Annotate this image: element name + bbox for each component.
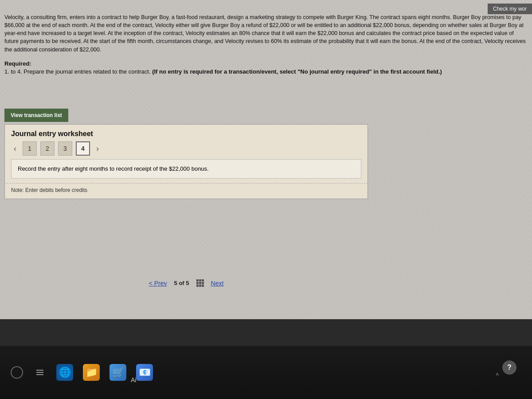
task-description-box: Record the entry after eight months to r… xyxy=(11,159,361,179)
journal-title: Journal entry worksheet xyxy=(5,125,368,141)
start-circle xyxy=(11,366,23,379)
svg-rect-2 xyxy=(36,374,43,375)
required-body: 1. to 4. Prepare the journal entries rel… xyxy=(4,68,528,76)
taskbar-app-mail[interactable]: 📧 xyxy=(135,363,154,382)
help-icon: ? xyxy=(507,364,512,372)
svg-rect-0 xyxy=(36,370,43,371)
globe-icon: 🌐 xyxy=(56,364,73,381)
start-button[interactable] xyxy=(9,364,25,380)
tab-prev-arrow[interactable]: ‹ xyxy=(11,143,19,154)
system-tray: ^ xyxy=(496,372,499,379)
problem-text-area: Velocity, a consulting firm, enters into… xyxy=(4,13,528,76)
journal-note: Note: Enter debits before credits xyxy=(5,183,368,199)
grid-icon[interactable] xyxy=(196,279,204,287)
screen: Check my wor Velocity, a consulting firm… xyxy=(0,0,532,319)
taskbar-search-icon[interactable] xyxy=(32,364,48,380)
taskbar-app-globe[interactable]: 🌐 xyxy=(55,363,74,382)
tab-next-arrow[interactable]: › xyxy=(94,143,102,154)
tab-3[interactable]: 3 xyxy=(58,141,72,156)
mail-icon: 📧 xyxy=(136,364,153,381)
journal-note-text: Note: Enter debits before credits xyxy=(11,187,87,193)
task-description-text: Record the entry after eight months to r… xyxy=(18,165,209,172)
taskbar: 🌐 📁 🛒 📧 xyxy=(0,346,532,399)
check-my-work-button[interactable]: Check my wor xyxy=(488,4,532,14)
view-transaction-label: View transaction list xyxy=(11,112,62,118)
ai-button[interactable]: Ai xyxy=(131,376,136,383)
view-transaction-button[interactable]: View transaction list xyxy=(4,109,68,122)
svg-rect-1 xyxy=(36,372,43,373)
store-icon: 🛒 xyxy=(110,364,126,381)
required-note-text: (If no entry is required for a transacti… xyxy=(152,68,442,75)
next-label: Next xyxy=(211,280,224,287)
journal-box: Journal entry worksheet ‹ 1 2 3 4 › Reco… xyxy=(4,124,368,199)
tab-4[interactable]: 4 xyxy=(76,141,90,156)
help-button[interactable]: ? xyxy=(502,360,516,375)
tray-expand-icon[interactable]: ^ xyxy=(496,372,499,379)
required-body-text: 1. to 4. Prepare the journal entries rel… xyxy=(4,68,151,75)
required-section: Required: 1. to 4. Prepare the journal e… xyxy=(4,60,528,76)
check-my-work-label: Check my wor xyxy=(493,6,527,12)
problem-paragraph: Velocity, a consulting firm, enters into… xyxy=(4,13,528,54)
required-label: Required: xyxy=(4,60,528,68)
prev-label: < Prev xyxy=(149,280,167,287)
prev-button[interactable]: < Prev xyxy=(149,280,167,287)
navigation-bar: < Prev 5 of 5 Next xyxy=(4,275,368,291)
tab-2[interactable]: 2 xyxy=(40,141,55,156)
taskbar-app-folder[interactable]: 📁 xyxy=(82,363,101,382)
page-info: 5 of 5 xyxy=(174,280,189,286)
taskbar-app-store[interactable]: 🛒 xyxy=(108,363,128,382)
folder-icon: 📁 xyxy=(83,364,100,381)
tab-navigation: ‹ 1 2 3 4 › xyxy=(5,141,368,159)
next-button[interactable]: Next xyxy=(211,280,224,287)
tab-1[interactable]: 1 xyxy=(23,141,37,156)
ai-label: Ai xyxy=(131,376,136,383)
